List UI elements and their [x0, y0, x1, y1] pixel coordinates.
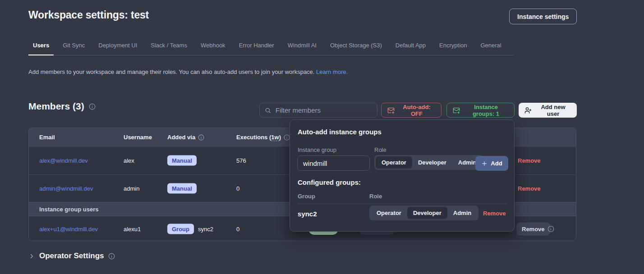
operator-settings-info-icon[interactable] — [108, 253, 115, 260]
role-option-operator[interactable]: Operator — [376, 156, 412, 169]
operator-settings-label: Operator Settings — [39, 251, 104, 260]
members-count-title: Members (3) — [28, 101, 84, 112]
role-option-developer[interactable]: Developer — [412, 156, 452, 169]
role-label: Role — [374, 146, 386, 153]
added-via-cell: Manual — [167, 183, 197, 194]
col-header-executions: Executions (1w) — [236, 128, 290, 146]
group-name: sync2 — [198, 226, 213, 233]
filter-members-input[interactable] — [275, 106, 372, 114]
instance-group-label: Instance group — [298, 146, 336, 153]
add-group-label: Add — [491, 160, 502, 167]
remove-cell: Remove — [516, 223, 550, 236]
added-via-label: Added via — [167, 134, 195, 141]
member-email-link[interactable]: admin@windmill.dev — [39, 185, 93, 192]
role-column-header: Role — [369, 193, 382, 200]
executions-info-icon[interactable] — [284, 134, 290, 141]
remove-info-icon[interactable] — [547, 226, 554, 233]
col-header-username: Username — [124, 128, 152, 146]
remove-member-link[interactable]: Remove — [518, 185, 541, 192]
auto-add-label: Auto-add: OFF — [398, 104, 435, 117]
workspace-settings-page: Workspace settings: test Instance settin… — [0, 0, 644, 274]
tab-object-storage[interactable]: Object Storage (S3) — [326, 38, 386, 55]
member-username: alex — [124, 157, 134, 164]
search-icon — [265, 107, 271, 114]
members-info-icon[interactable] — [89, 103, 96, 110]
remove-member-link[interactable]: Remove — [518, 157, 541, 164]
tab-users[interactable]: Users — [28, 38, 54, 55]
added-via-badge: Group — [167, 224, 194, 234]
settings-tabbar: Users Git Sync Deployment UI Slack / Tea… — [28, 38, 514, 55]
instance-groups-label: Instance groups: 1 — [464, 104, 508, 117]
added-via-cell: Manual — [167, 155, 197, 166]
user-plus-icon — [524, 107, 532, 114]
mail-plus-icon — [387, 107, 395, 114]
learn-more-link[interactable]: Learn more. — [316, 68, 348, 75]
executions-label: Executions (1w) — [236, 134, 281, 141]
tab-encryption[interactable]: Encryption — [435, 38, 471, 55]
configured-role-segmented-control: Operator Developer Admin — [369, 206, 478, 220]
instance-group-input[interactable] — [297, 155, 370, 171]
instance-settings-button[interactable]: Instance settings — [509, 9, 577, 24]
added-via-info-icon[interactable] — [198, 134, 204, 141]
group-column-header: Group — [298, 193, 315, 200]
add-new-user-label: Add new user — [535, 104, 571, 117]
member-email-link[interactable]: alex@windmill.dev — [39, 157, 88, 164]
tab-webhook[interactable]: Webhook — [196, 38, 230, 55]
member-username: admin — [124, 185, 139, 192]
added-via-badge: Manual — [167, 155, 197, 166]
filter-members-searchbox — [259, 103, 377, 118]
tab-general[interactable]: General — [476, 38, 506, 55]
chevron-right-icon — [28, 253, 35, 260]
tab-deployment-ui[interactable]: Deployment UI — [94, 38, 142, 55]
page-title: Workspace settings: test — [28, 9, 149, 21]
role-option-developer[interactable]: Developer — [407, 207, 447, 219]
intro-description: Add members to your workspace and manage… — [28, 68, 314, 75]
intro-text: Add members to your workspace and manage… — [28, 68, 348, 75]
instance-groups-button[interactable]: Instance groups: 1 — [446, 103, 515, 118]
member-username: alexu1 — [124, 226, 141, 233]
tab-default-app[interactable]: Default App — [391, 38, 430, 55]
members-heading: Members (3) — [28, 101, 96, 112]
tab-slack-teams[interactable]: Slack / Teams — [146, 38, 192, 55]
executions-period: 1w — [271, 134, 279, 141]
remove-group-link[interactable]: Remove — [483, 210, 506, 217]
popover-title: Auto-add instance groups — [298, 128, 382, 136]
auto-add-instance-groups-popover: Auto-add instance groups Instance group … — [290, 119, 515, 232]
remove-member-button[interactable]: Remove — [516, 223, 550, 236]
role-segmented-control: Operator Developer Admin — [374, 155, 483, 170]
tab-git-sync[interactable]: Git Sync — [58, 38, 89, 55]
executions-value: 0 — [236, 185, 239, 192]
tab-error-handler[interactable]: Error Handler — [235, 38, 279, 55]
executions-value: 0 — [236, 226, 239, 233]
member-email-link[interactable]: alex+u1@windmill.dev — [39, 226, 98, 233]
operator-settings-expander[interactable]: Operator Settings — [28, 251, 115, 260]
add-group-button[interactable]: Add — [475, 156, 508, 171]
role-option-operator[interactable]: Operator — [371, 207, 407, 219]
tab-windmill-ai[interactable]: Windmill AI — [283, 38, 321, 55]
add-new-user-button[interactable]: Add new user — [519, 103, 577, 118]
configured-group-name: sync2 — [298, 210, 317, 218]
col-header-email: Email — [39, 128, 55, 146]
mail-plus-icon — [453, 107, 460, 114]
executions-value: 576 — [236, 157, 246, 164]
divider — [298, 204, 506, 204]
col-header-added-via: Added via — [167, 128, 204, 146]
section-label: Instance group users — [39, 206, 98, 213]
added-via-badge: Manual — [167, 183, 197, 194]
plus-icon — [481, 160, 488, 167]
added-via-cell: Group sync2 — [167, 224, 213, 234]
auto-add-button[interactable]: Auto-add: OFF — [381, 103, 442, 118]
role-option-admin[interactable]: Admin — [447, 207, 477, 219]
configured-groups-heading: Configured groups: — [298, 178, 361, 186]
